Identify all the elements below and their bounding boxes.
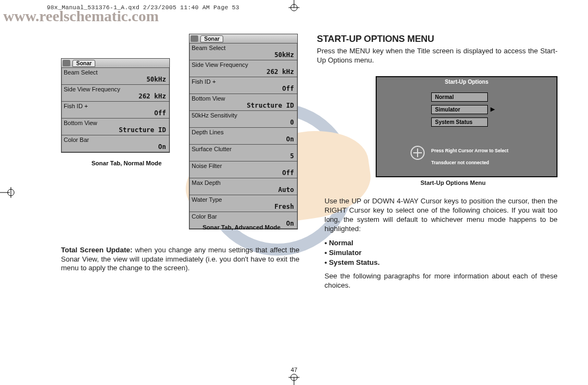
total-screen-update-text: Total Screen Update: when you change any… (61, 246, 299, 273)
sonar-row-label: Max Depth (192, 179, 295, 186)
sonar-row-value: 262 kHz (64, 92, 167, 100)
sonar-row-value: Off (192, 169, 295, 177)
sonar-tab-label: Sonar (200, 35, 223, 42)
startup-options-screenshot: Start-Up Options NormalSimulatorSystem S… (376, 76, 558, 177)
bullet-item: Simulator (324, 248, 558, 258)
sonar-row-label: Beam Select (192, 45, 295, 51)
sonar-row-value: Auto (192, 186, 295, 194)
sonar-row-value: 0 (192, 119, 295, 126)
cropmark-left (0, 182, 16, 203)
sonar-row: Bottom ViewStructure ID (62, 119, 169, 135)
startup-body-2: See the following paragraphs for more in… (324, 272, 558, 290)
startup-bullets: NormalSimulatorSystem Status. (324, 238, 558, 268)
startup-option: System Status (431, 117, 488, 127)
startup-option: Normal (431, 92, 488, 102)
cropmark-top (283, 0, 305, 12)
sonar-row: Beam Select50kHz (189, 44, 297, 60)
sonar-row: 50kHz Sensitivity0 (189, 111, 297, 128)
sonar-row-value: 5 (192, 152, 295, 160)
sonar-row-label: 50kHz Sensitivity (192, 112, 295, 119)
sonar-row-label: Surface Clutter (192, 146, 295, 152)
sonar-row: Bottom ViewStructure ID (189, 94, 297, 111)
sonar-menu-advanced: Sonar Beam Select50kHzSide View Frequenc… (189, 34, 298, 229)
sonar-row-label: Bottom View (64, 120, 167, 126)
cursor-dpad-icon (411, 146, 425, 160)
startup-body-1: Use the UP or DOWN 4-WAY Cursor keys to … (324, 197, 558, 234)
sonar-row-label: Fish ID + (64, 103, 167, 109)
sonar-row-label: Side View Frequency (64, 86, 167, 92)
sonar-row: Surface Clutter5 (189, 145, 297, 162)
sonar-row-value: Structure ID (64, 126, 167, 134)
advanced-caption: Sonar Tab, Advanced Mode (203, 224, 280, 231)
sonar-row: Side View Frequency262 kHz (62, 85, 169, 102)
right-column: START-UP OPTIONS MENU Press the MENU key… (317, 34, 558, 355)
startup-shot-title: Start-Up Options (377, 77, 556, 85)
sonar-row-label: Side View Frequency (192, 61, 295, 68)
sonar-row-value: Off (64, 109, 167, 117)
sonar-row-value: Fresh (192, 203, 295, 210)
page-number: 47 (291, 367, 297, 373)
total-screen-update-lead: Total Screen Update: (61, 246, 135, 254)
sonar-row-label: Beam Select (64, 69, 167, 76)
menu-icon (63, 60, 70, 66)
watermark-url: www.reelschematic.com (3, 8, 159, 25)
sonar-row-label: Bottom View (192, 95, 295, 102)
menu-icon (191, 35, 198, 42)
sonar-row: Side View Frequency262 kHz (189, 60, 297, 77)
sonar-row-value: 50kHz (64, 76, 167, 83)
normal-caption: Sonar Tab, Normal Mode (91, 160, 162, 166)
sonar-row-label: Fish ID + (192, 78, 295, 85)
sonar-row: Depth LinesOn (189, 128, 297, 145)
startup-hint-select: Press Right Cursor Arrow to Select (431, 148, 509, 153)
sonar-row-value: 262 kHz (192, 68, 295, 76)
bullet-item: System Status. (324, 258, 558, 268)
left-column: Sonar Beam Select50kHzSide View Frequenc… (61, 34, 302, 355)
sonar-row-label: Noise Filter (192, 163, 295, 169)
sonar-row-value: On (64, 143, 167, 151)
sonar-row: Fish ID +Off (62, 102, 169, 119)
sonar-row-label: Color Bar (192, 213, 295, 220)
sonar-row-label: Depth Lines (192, 129, 295, 135)
sonar-row-value: Off (192, 85, 295, 92)
sonar-row-value: Structure ID (192, 102, 295, 109)
startup-hint-transducer: Transducer not connected (431, 160, 489, 165)
sonar-row: Noise FilterOff (189, 162, 297, 178)
sonar-row-label: Color Bar (64, 136, 167, 143)
sonar-row-value: On (192, 135, 295, 143)
sonar-row-value: 50kHz (192, 51, 295, 59)
sonar-row: Beam Select50kHz (62, 68, 169, 85)
sonar-menu-normal: Sonar Beam Select50kHzSide View Frequenc… (61, 58, 170, 153)
sonar-tab-label: Sonar (72, 60, 95, 67)
sonar-row: Water TypeFresh (189, 195, 297, 212)
sonar-row: Max DepthAuto (189, 178, 297, 195)
bullet-item: Normal (324, 238, 558, 248)
startup-shot-caption: Start-Up Options Menu (420, 179, 486, 186)
sonar-row: Fish ID +Off (189, 77, 297, 94)
cropmark-bottom (283, 373, 305, 385)
sonar-row: Color BarOn (62, 135, 169, 152)
section-intro: Press the MENU key when the Title screen… (317, 47, 558, 65)
sonar-row-label: Water Type (192, 196, 295, 203)
startup-option: Simulator (431, 105, 488, 114)
section-heading: START-UP OPTIONS MENU (317, 34, 558, 45)
